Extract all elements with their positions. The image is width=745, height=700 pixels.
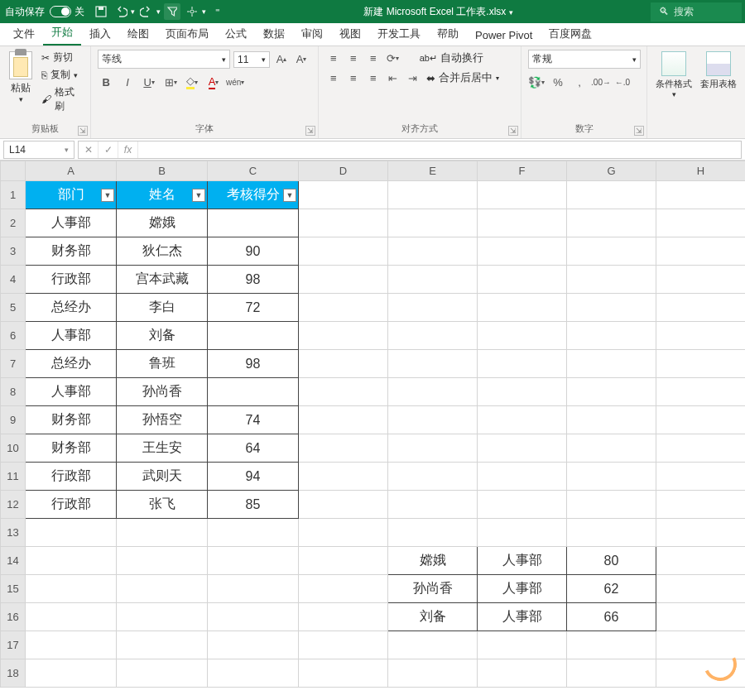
cell[interactable] [117,603,208,631]
cell[interactable] [299,463,388,491]
cell[interactable] [567,434,656,463]
cell[interactable] [478,491,567,519]
cell[interactable] [567,406,656,434]
cell[interactable] [567,631,656,659]
cell[interactable] [567,378,656,406]
cell[interactable]: 考核得分▼ [208,181,299,209]
cancel-formula-icon[interactable]: ✕ [79,141,99,158]
align-middle-icon[interactable]: ≡ [345,50,362,66]
cell[interactable]: 王生安 [117,434,208,463]
col-header[interactable]: F [478,161,567,181]
cell[interactable] [388,519,478,547]
col-header[interactable]: D [299,161,388,181]
tab-help[interactable]: 帮助 [429,22,467,46]
decrease-font-icon[interactable]: A▾ [293,51,310,68]
cell[interactable] [117,519,208,547]
cell[interactable] [388,237,478,266]
tab-pivot[interactable]: Power Pivot [467,24,541,46]
row-header[interactable]: 10 [1,434,26,463]
cell[interactable] [26,547,117,575]
cell[interactable]: 刘备 [388,603,478,631]
wrap-text-button[interactable]: ab↵自动换行 [418,50,485,66]
fx-icon[interactable]: fx [118,141,138,158]
cell[interactable]: 嫦娥 [388,547,478,575]
cell[interactable] [656,209,746,237]
cell[interactable] [656,575,746,603]
row-header[interactable]: 2 [1,209,26,237]
qat-dropdown-icon[interactable]: ▾ [202,7,206,16]
cell[interactable]: 李白 [117,294,208,322]
cell[interactable] [478,181,567,209]
currency-icon[interactable]: 💱▾ [528,74,545,90]
cell[interactable] [208,209,299,237]
cell[interactable] [478,294,567,322]
tab-draw[interactable]: 绘图 [119,22,157,46]
number-launcher-icon[interactable]: ⇲ [634,126,644,136]
row-header[interactable]: 14 [1,547,26,575]
cell[interactable] [388,322,478,350]
cell[interactable] [656,378,746,406]
cell[interactable] [567,294,656,322]
cell[interactable]: 人事部 [26,322,117,350]
cell[interactable] [208,603,299,631]
cell[interactable] [299,209,388,237]
cell[interactable] [656,463,746,491]
cell[interactable] [567,463,656,491]
formula-input[interactable] [138,147,741,152]
formula-bar[interactable]: ✕ ✓ fx [78,141,742,159]
save-icon[interactable] [93,3,109,20]
grid-table[interactable]: A B C D E F G H 1部门▼姓名▼考核得分▼2人事部嫦娥3财务部狄仁… [0,161,745,688]
cell[interactable] [299,603,388,631]
row-header[interactable]: 1 [1,181,26,209]
cell[interactable] [299,434,388,463]
align-left-icon[interactable]: ≡ [325,70,342,86]
cell[interactable] [567,322,656,350]
cell[interactable] [299,406,388,434]
increase-font-icon[interactable]: A▴ [273,51,290,68]
orientation-icon[interactable]: ⟳▾ [385,50,401,66]
tab-formula[interactable]: 公式 [217,22,255,46]
undo-icon[interactable] [113,3,129,20]
cell[interactable] [299,322,388,350]
cell[interactable]: 财务部 [26,237,117,266]
cut-button[interactable]: ✂剪切 [40,50,84,65]
cell[interactable] [478,378,567,406]
qat-more-icon[interactable]: ⁼ [209,3,226,20]
cell[interactable] [299,631,388,659]
cell[interactable] [388,181,478,209]
row-header[interactable]: 13 [1,519,26,547]
row-header[interactable]: 16 [1,603,26,631]
increase-indent-icon[interactable]: ⇥ [405,70,421,86]
cell[interactable]: 部门▼ [26,181,117,209]
row-header[interactable]: 17 [1,631,26,659]
undo-dropdown-icon[interactable]: ▾ [131,7,135,16]
align-center-icon[interactable]: ≡ [345,70,362,86]
cell[interactable]: 人事部 [26,209,117,237]
border-icon[interactable]: ⊞▾ [162,74,179,90]
cell[interactable] [656,434,746,463]
tab-file[interactable]: 文件 [5,22,43,46]
clipboard-launcher-icon[interactable]: ⇲ [78,126,88,136]
cell[interactable] [388,266,478,294]
name-box[interactable]: L14▾ [3,141,74,159]
cell[interactable] [567,209,656,237]
cell[interactable]: 人事部 [478,547,567,575]
table-format-button[interactable]: 套用表格 [699,50,738,90]
cell[interactable]: 98 [208,350,299,378]
italic-icon[interactable]: I [119,74,136,90]
decrease-decimal-icon[interactable]: ←.0 [614,74,631,90]
cell[interactable] [478,350,567,378]
cell[interactable]: 90 [208,237,299,266]
cell[interactable] [478,322,567,350]
redo-icon[interactable] [138,3,155,20]
filter-dropdown-icon[interactable]: ▼ [192,189,205,202]
cell[interactable]: 孙尚香 [117,378,208,406]
cell[interactable] [478,631,567,659]
col-header[interactable]: E [388,161,478,181]
fill-color-icon[interactable]: ◇▾ [184,74,200,90]
cell[interactable] [299,491,388,519]
align-right-icon[interactable]: ≡ [365,70,382,86]
cell[interactable]: 人事部 [478,603,567,631]
cell[interactable] [656,406,746,434]
row-header[interactable]: 5 [1,294,26,322]
